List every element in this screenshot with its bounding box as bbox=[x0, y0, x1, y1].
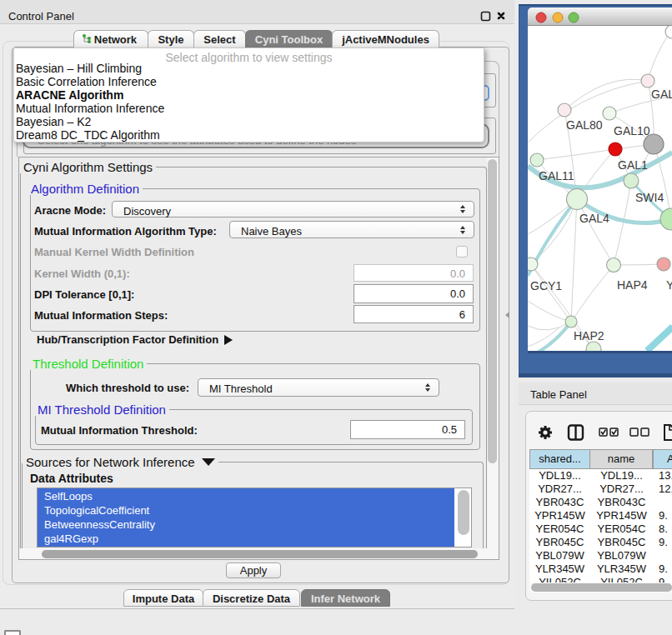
svg-text:Y: Y bbox=[666, 278, 672, 292]
svg-text:HAP2: HAP2 bbox=[574, 329, 604, 342]
svg-text:GAL4: GAL4 bbox=[579, 212, 609, 225]
svg-text:SWI4: SWI4 bbox=[635, 191, 664, 204]
svg-text:GAL11: GAL11 bbox=[539, 169, 574, 182]
svg-text:GAL10: GAL10 bbox=[614, 124, 650, 138]
svg-text:GAL1: GAL1 bbox=[618, 158, 648, 172]
svg-text:GCY1: GCY1 bbox=[530, 279, 562, 292]
svg-text:GAL80: GAL80 bbox=[566, 118, 603, 132]
svg-text:GAL2: GAL2 bbox=[651, 88, 672, 101]
svg-text:HAP4: HAP4 bbox=[617, 278, 648, 292]
